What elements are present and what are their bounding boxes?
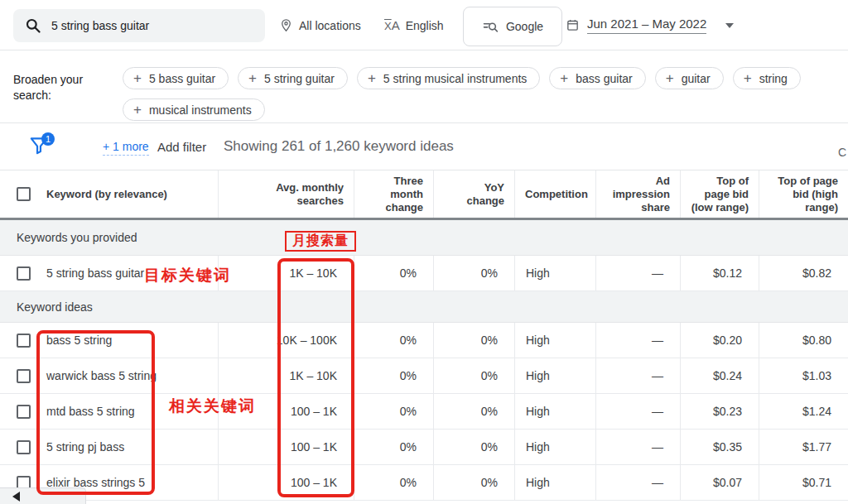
chip-label: string (759, 72, 788, 85)
table-row: elixir bass strings 5 100 – 1K 0% 0% Hig… (0, 465, 848, 501)
plus-icon: + (666, 71, 674, 85)
three-month-cell: 0% (354, 358, 434, 393)
scroll-left-arrow-icon[interactable] (12, 492, 20, 502)
keyword-cell: warwick bass 5 string (46, 369, 157, 382)
keyword-search-input[interactable]: 5 string bass guitar (13, 9, 265, 42)
search-value: 5 string bass guitar (51, 19, 149, 32)
three-month-cell: 0% (354, 430, 434, 464)
plus-icon: + (133, 103, 142, 117)
chip-label: 5 bass guitar (149, 72, 215, 85)
row-checkbox[interactable] (17, 405, 31, 419)
three-month-cell: 0% (354, 256, 434, 290)
plus-icon: + (744, 71, 752, 85)
table-header-row: Keyword (by relevance) Avg. monthly sear… (0, 170, 848, 220)
competition-cell: High (515, 430, 596, 464)
keyword-planner-page: 5 string bass guitar All locations XA En… (0, 0, 848, 504)
three-month-cell: 0% (354, 394, 434, 429)
plus-icon: + (368, 71, 376, 85)
chip-string[interactable]: +string (733, 67, 801, 89)
results-count-text: Showing 261 of 1,260 keyword ideas (224, 138, 454, 155)
date-range-selector[interactable]: Jun 2021 – May 2022 (566, 0, 734, 50)
bid-low-cell: $0.35 (681, 430, 759, 464)
col-header-bid-high[interactable]: Top of page bid (high range) (759, 170, 848, 218)
keyword-cell: bass 5 string (46, 334, 112, 347)
search-network-button[interactable]: Google (463, 7, 562, 46)
avg-searches-cell: 1K – 10K (219, 256, 354, 290)
avg-searches-cell: 1K – 10K (219, 358, 354, 393)
add-filter-button[interactable]: Add filter (157, 140, 206, 154)
locations-selector[interactable]: All locations (279, 0, 361, 50)
row-checkbox[interactable] (17, 369, 31, 383)
language-selector[interactable]: XA English (384, 0, 444, 50)
three-month-cell: 0% (354, 465, 434, 500)
ad-share-cell: — (596, 256, 681, 290)
suggestion-chips: +5 bass guitar +5 string guitar +5 strin… (123, 67, 835, 121)
bid-high-cell: $1.77 (759, 430, 848, 464)
plus-icon: + (248, 71, 257, 85)
chip-label: bass guitar (576, 72, 632, 85)
bid-high-cell: $1.03 (759, 358, 848, 393)
col-header-three-month-change[interactable]: Three month change (354, 170, 434, 218)
table-row: 5 string pj bass 100 – 1K 0% 0% High — $… (0, 430, 848, 465)
table-row: 5 string bass guitar 1K – 10K 0% 0% High… (0, 256, 848, 291)
more-filters-link[interactable]: + 1 more (103, 140, 149, 156)
avg-searches-cell: 100 – 1K (219, 430, 354, 464)
locations-label: All locations (299, 19, 361, 32)
ad-share-cell: — (596, 394, 681, 429)
chip-5-string-musical-instruments[interactable]: +5 string musical instruments (357, 67, 540, 89)
col-header-keyword[interactable]: Keyword (by relevance) (0, 170, 219, 218)
yoy-cell: 0% (434, 323, 515, 358)
row-checkbox[interactable] (17, 266, 31, 281)
chip-5-string-guitar[interactable]: +5 string guitar (238, 67, 348, 89)
yoy-cell: 0% (434, 430, 515, 464)
yoy-cell: 0% (434, 394, 515, 429)
col-header-yoy-change[interactable]: YoY change (434, 170, 515, 218)
ad-share-cell: — (596, 358, 681, 393)
filter-funnel-icon[interactable]: 1 (28, 135, 56, 161)
bid-low-cell: $0.07 (681, 465, 759, 500)
columns-button-truncated[interactable]: C (838, 146, 846, 159)
competition-cell: High (515, 358, 596, 393)
plus-icon: + (560, 71, 568, 85)
filter-bar: 1 + 1 more Add filter Showing 261 of 1,2… (0, 123, 848, 170)
row-checkbox[interactable] (17, 440, 31, 454)
keyword-cell: 5 string pj bass (46, 440, 124, 454)
top-toolbar: 5 string bass guitar All locations XA En… (0, 0, 848, 50)
plus-icon: + (133, 71, 142, 85)
chip-label: guitar (682, 72, 711, 85)
select-all-checkbox[interactable] (17, 187, 31, 201)
bid-low-cell: $0.12 (681, 256, 759, 290)
chip-bass-guitar[interactable]: +bass guitar (549, 67, 645, 89)
row-checkbox[interactable] (17, 334, 31, 348)
language-label: English (406, 19, 444, 32)
keyword-cell: 5 string bass guitar (46, 266, 144, 280)
yoy-cell: 0% (434, 358, 515, 393)
chip-guitar[interactable]: +guitar (655, 67, 724, 89)
table-row: bass 5 string 10K – 100K 0% 0% High — $0… (0, 323, 848, 358)
section-keywords-you-provided: Keywords you provided (0, 220, 848, 256)
competition-cell: High (515, 465, 596, 500)
competition-cell: High (515, 323, 596, 358)
col-header-competition[interactable]: Competition (515, 170, 596, 218)
col-header-bid-low[interactable]: Top of page bid (low range) (681, 170, 759, 218)
ad-share-cell: — (596, 430, 681, 464)
bid-high-cell: $0.80 (759, 323, 848, 358)
yoy-cell: 0% (434, 256, 515, 290)
chip-label: 5 string guitar (264, 72, 335, 85)
chip-label: 5 string musical instruments (383, 72, 528, 85)
horizontal-scrollbar[interactable] (0, 487, 86, 504)
chevron-down-icon (725, 23, 734, 28)
chip-5-bass-guitar[interactable]: +5 bass guitar (123, 67, 229, 89)
date-range-value: Jun 2021 – May 2022 (587, 17, 706, 34)
avg-searches-cell: 10K – 100K (219, 323, 354, 358)
avg-searches-cell: 100 – 1K (219, 394, 354, 429)
keyword-cell: mtd bass 5 string (46, 405, 135, 418)
ad-share-cell: — (596, 323, 681, 358)
competition-cell: High (515, 256, 596, 290)
translate-icon: XA (384, 18, 400, 32)
section-keyword-ideas: Keyword ideas (0, 291, 848, 323)
chip-musical-instruments[interactable]: +musical instruments (123, 98, 265, 121)
col-header-ad-impression-share[interactable]: Ad impression share (596, 170, 681, 218)
three-month-cell: 0% (354, 323, 434, 358)
col-header-avg-monthly-searches[interactable]: Avg. monthly searches (219, 170, 354, 218)
